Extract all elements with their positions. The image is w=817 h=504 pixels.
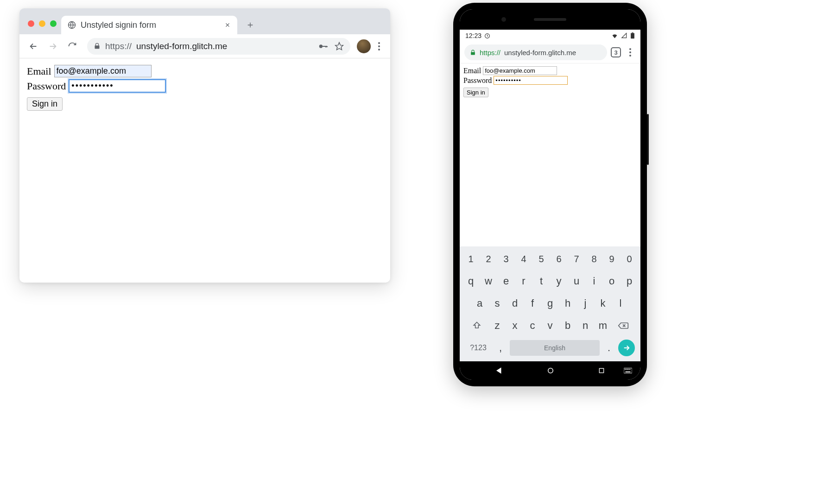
key-5[interactable]: 5	[534, 250, 549, 268]
url-host: unstyled-form.glitch.me	[136, 41, 227, 51]
key-z[interactable]: z	[490, 317, 505, 334]
key-d[interactable]: d	[507, 295, 522, 312]
key-q[interactable]: q	[463, 272, 478, 290]
browser-menu-button[interactable]	[374, 41, 385, 52]
password-input[interactable]	[494, 76, 568, 85]
key-1[interactable]: 1	[463, 250, 478, 268]
desktop-browser-window: Unstyled signin form https://unstyled-fo…	[19, 8, 390, 283]
back-button[interactable]	[25, 38, 42, 55]
tab-switcher-button[interactable]: 3	[611, 47, 621, 57]
enter-key[interactable]	[618, 340, 635, 356]
browser-toolbar: https://unstyled-form.glitch.me	[19, 34, 390, 58]
new-tab-button[interactable]	[243, 18, 258, 32]
key-e[interactable]: e	[499, 272, 513, 290]
key-l[interactable]: l	[613, 295, 628, 312]
key-6[interactable]: 6	[551, 250, 566, 268]
keyboard-row-3: zxcvbnm	[462, 317, 639, 334]
key-g[interactable]: g	[543, 295, 557, 312]
key-t[interactable]: t	[534, 272, 549, 290]
close-tab-button[interactable]	[224, 22, 231, 28]
lock-icon	[470, 50, 476, 56]
lock-icon	[94, 43, 101, 50]
power-button	[647, 114, 649, 165]
key-i[interactable]: i	[587, 272, 602, 290]
password-label: Password	[463, 76, 492, 85]
url-scheme: https://	[480, 49, 500, 57]
keyboard-switch-button[interactable]	[624, 368, 632, 373]
key-v[interactable]: v	[543, 317, 557, 334]
signal-icon	[621, 32, 627, 39]
key-icon[interactable]	[318, 41, 328, 51]
url-host: unstyled-form.glitch.me	[504, 49, 576, 57]
key-c[interactable]: c	[525, 317, 540, 334]
key-8[interactable]: 8	[587, 250, 602, 268]
key-b[interactable]: b	[560, 317, 575, 334]
tab-strip: Unstyled signin form	[19, 8, 390, 34]
keyboard-row-1: qwertyuiop	[462, 272, 639, 290]
email-input[interactable]	[483, 66, 557, 75]
key-s[interactable]: s	[490, 295, 505, 312]
key-a[interactable]: a	[472, 295, 487, 312]
key-o[interactable]: o	[604, 272, 619, 290]
signin-button[interactable]: Sign in	[27, 97, 63, 111]
key-y[interactable]: y	[551, 272, 566, 290]
key-f[interactable]: f	[525, 295, 540, 312]
profile-avatar[interactable]	[357, 39, 371, 53]
on-screen-keyboard: 1234567890 qwertyuiop asdfghjkl zxcvbnm …	[460, 246, 640, 361]
mobile-address-bar[interactable]: https://unstyled-form.glitch.me	[464, 44, 607, 60]
mobile-browser-toolbar: https://unstyled-form.glitch.me 3	[460, 42, 640, 63]
android-home-button[interactable]	[546, 366, 555, 375]
password-input[interactable]	[69, 79, 166, 93]
key-r[interactable]: r	[516, 272, 531, 290]
email-label: Email	[27, 65, 51, 77]
svg-rect-4	[631, 33, 634, 39]
address-bar[interactable]: https://unstyled-form.glitch.me	[87, 38, 350, 55]
key-x[interactable]: x	[507, 317, 522, 334]
reload-button[interactable]	[64, 38, 81, 55]
svg-rect-5	[632, 32, 633, 33]
url-scheme: https://	[105, 41, 132, 51]
browser-tab[interactable]: Unstyled signin form	[61, 16, 237, 34]
key-k[interactable]: k	[595, 295, 610, 312]
android-back-button[interactable]	[495, 366, 503, 375]
key-m[interactable]: m	[595, 317, 610, 334]
svg-rect-10	[626, 369, 627, 370]
key-9[interactable]: 9	[604, 250, 619, 268]
spacebar-key[interactable]: English	[510, 340, 600, 356]
svg-rect-14	[626, 372, 631, 372]
key-j[interactable]: j	[578, 295, 593, 312]
key-p[interactable]: p	[622, 272, 637, 290]
svg-marker-2	[336, 42, 343, 50]
svg-rect-9	[625, 369, 626, 370]
android-recent-button[interactable]	[598, 367, 605, 374]
key-n[interactable]: n	[578, 317, 593, 334]
email-input[interactable]	[54, 65, 152, 77]
key-u[interactable]: u	[569, 272, 584, 290]
shift-key[interactable]	[467, 317, 487, 334]
key-3[interactable]: 3	[499, 250, 513, 268]
key-0[interactable]: 0	[622, 250, 637, 268]
tab-title: Unstyled signin form	[81, 20, 156, 30]
key-7[interactable]: 7	[569, 250, 584, 268]
symbols-key[interactable]: ?123	[465, 339, 491, 357]
backspace-key[interactable]	[613, 317, 633, 334]
android-nav-bar	[460, 361, 640, 380]
status-time: 12:23	[465, 32, 481, 39]
key-4[interactable]: 4	[516, 250, 531, 268]
close-window-button[interactable]	[28, 20, 34, 27]
maximize-window-button[interactable]	[50, 20, 57, 27]
signin-button[interactable]: Sign in	[463, 88, 488, 97]
minimize-window-button[interactable]	[39, 20, 45, 27]
battery-icon	[630, 32, 635, 39]
comma-key[interactable]: ,	[495, 339, 506, 357]
password-label: Password	[27, 80, 66, 92]
key-w[interactable]: w	[481, 272, 496, 290]
keyboard-row-numbers: 1234567890	[462, 250, 639, 268]
forward-button[interactable]	[44, 38, 61, 55]
key-h[interactable]: h	[560, 295, 575, 312]
phone-notch	[460, 9, 640, 30]
star-icon[interactable]	[335, 42, 344, 51]
mobile-menu-button[interactable]	[625, 47, 636, 58]
period-key[interactable]: .	[603, 339, 614, 357]
key-2[interactable]: 2	[481, 250, 496, 268]
